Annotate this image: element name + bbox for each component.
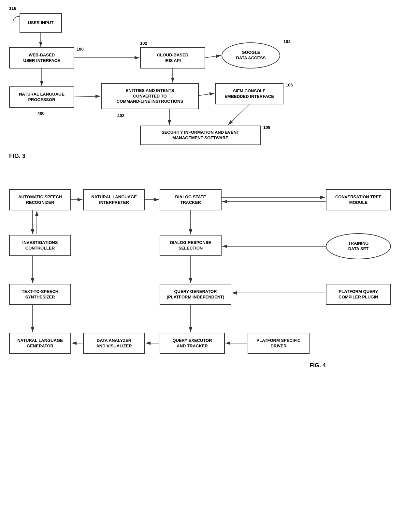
tts-box: TEXT-TO-SPEECHSYNTHESIZER xyxy=(9,284,71,305)
ref-400: 400 xyxy=(37,111,45,116)
nlg-box: NATURAL LANGUAGEGENERATOR xyxy=(9,333,71,354)
user-input-box: USER INPUT xyxy=(20,13,62,33)
qet-box: QUERY EXECUTORAND TRACKER xyxy=(160,333,225,354)
ref-100: 100 xyxy=(77,47,84,52)
psd-box: PLATFORM SPECIFICDRIVER xyxy=(248,333,310,354)
web-ui-box: WEB-BASEDUSER INTERFACE xyxy=(9,47,74,68)
drs-box: DIALOG RESPONSESELECTION xyxy=(160,235,222,256)
ref-402: 402 xyxy=(117,113,124,118)
svg-line-5 xyxy=(74,96,100,97)
svg-line-4 xyxy=(205,55,221,58)
arrows-overlay xyxy=(0,0,404,532)
fig3-label: FIG. 3 xyxy=(9,153,25,160)
inv-ctrl-box: INVESTIGATIONSCONTROLLER xyxy=(9,235,71,256)
nli-box: NATURAL LANGUAGEINTERPRETER xyxy=(83,189,145,210)
cloud-api-box: CLOUD-BASEDIRIS API xyxy=(140,47,205,68)
ref-116: 116 xyxy=(9,6,16,11)
ref-106: 106 xyxy=(286,83,293,87)
ref-104: 104 xyxy=(283,39,291,44)
training-oval: TRAININGDATA SET xyxy=(326,233,391,259)
qg-box: QUERY GENERATOR(PLATFORM INDEPENDENT) xyxy=(160,284,231,305)
fig4-label: FIG. 4 xyxy=(310,362,326,369)
pqcp-box: PLATFORM QUERYCOMPILER PLUGIN xyxy=(326,284,391,305)
asr-box: AUTOMATIC SPEECHRECOGNIZER xyxy=(9,189,71,210)
google-data-oval: GOOGLEDATA ACCESS xyxy=(222,42,280,68)
siem-mgmt-box: SECURITY INFORMATION AND EVENTMANAGEMENT… xyxy=(140,126,261,145)
ref-102: 102 xyxy=(140,41,147,46)
nlp-box: NATURAL LANGUAGEPROCESSOR xyxy=(9,86,74,108)
diagram-container: 116 USER INPUT WEB-BASEDUSER INTERFACE 1… xyxy=(0,0,404,532)
siem-console-box: SIEM CONSOLEEMBEDDED INTERFACE xyxy=(215,83,283,104)
dst-box: DIALOG STATETRACKER xyxy=(160,189,222,210)
svg-line-7 xyxy=(199,93,214,96)
dav-box: DATA ANALYZERAND VISUALIZER xyxy=(83,333,145,354)
ref-108: 108 xyxy=(263,125,270,130)
entities-box: ENTITIES AND INTENTSCONVERTED TOCOMMAND-… xyxy=(101,83,199,109)
ctm-box: CONVERSATION TREEMODULE xyxy=(326,189,391,210)
svg-line-8 xyxy=(228,104,249,125)
